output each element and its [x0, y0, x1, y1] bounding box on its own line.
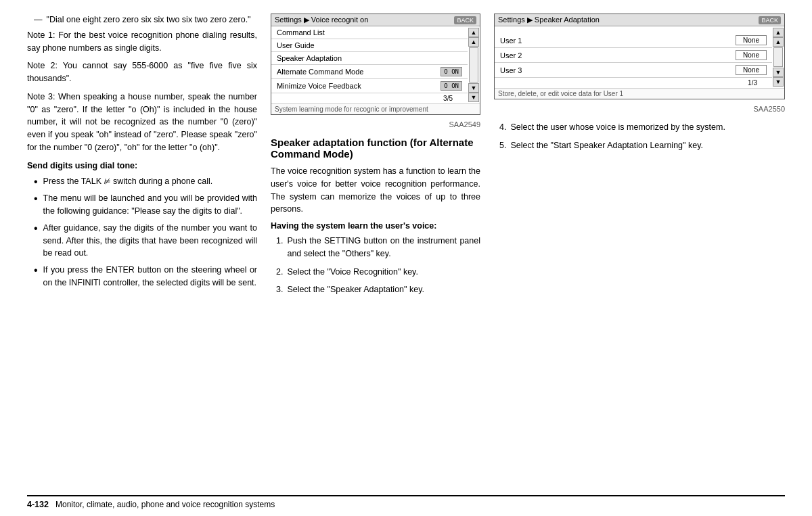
bullet-dot-2: •: [34, 192, 38, 218]
note-1: Note 1: For the best voice recognition p…: [27, 29, 257, 55]
scroll2-down[interactable]: ▼: [773, 68, 784, 77]
screen2-caption: SAA2550: [494, 105, 785, 113]
screen1-status: System learning mode for recognic or imp…: [271, 103, 480, 114]
scroll2-up[interactable]: ▲: [773, 28, 784, 37]
screen2-title: Settings ▶ Speaker Adaptation: [498, 16, 600, 24]
user-row-1[interactable]: User 1 None: [495, 33, 772, 48]
footer-page: 4-132: [27, 500, 49, 509]
menu-command-list[interactable]: Command List: [271, 26, 468, 39]
screen1-header: Settings ▶ Voice recognit on BACK: [271, 14, 480, 26]
user-row-3[interactable]: User 3 None: [495, 63, 772, 78]
bullet-item-2: • The menu will be launched and you will…: [34, 192, 257, 218]
menu-label-4: Alternate Command Mode: [277, 68, 363, 76]
dash-item: — "Dial one eight zero zero six six two …: [27, 14, 257, 26]
scroll-down2[interactable]: ▼: [468, 93, 479, 102]
footer-text: Monitor, climate, audio, phone and voice…: [55, 500, 275, 509]
step-text-3: Select the "Speaker Adaptation" key.: [287, 283, 424, 296]
step-3: 3. Select the "Speaker Adaptation" key.: [276, 283, 480, 296]
right-numbered-list: 4. Select the user whose voice is memori…: [499, 121, 785, 152]
scroll-up[interactable]: ▲: [468, 28, 479, 37]
user-label-2: User 2: [500, 51, 522, 60]
bullet-text-4: If you press the ENTER button on the ste…: [43, 264, 257, 289]
screen2-header: Settings ▶ Speaker Adaptation BACK: [495, 14, 784, 26]
step-1: 1. Push the SETTING button on the instru…: [276, 235, 480, 260]
step-num-1: 1.: [276, 235, 283, 260]
body-text: The voice recognition system has a funct…: [271, 165, 480, 216]
step-2: 2. Select the "Voice Recognition" key.: [276, 266, 480, 279]
user-none-2[interactable]: None: [736, 50, 767, 60]
screen2-scrollbar: ▲ ▲ ▼ ▼: [772, 26, 784, 88]
screen2-back[interactable]: BACK: [759, 16, 781, 24]
menu-user-guide[interactable]: User Guide: [271, 39, 468, 52]
screen2-page: 1/3: [495, 78, 772, 88]
bullet-text-1: Press the TALK ⊭ switch during a phone c…: [43, 175, 213, 188]
scroll-down[interactable]: ▼: [468, 83, 479, 93]
screen1-title: Settings ▶ Voice recognit on: [275, 16, 368, 24]
step-num-3: 3.: [276, 283, 283, 296]
step-4: 4. Select the user whose voice is memori…: [499, 121, 785, 134]
bullet-dot-4: •: [34, 264, 38, 289]
screen1-page: 3/5: [271, 93, 468, 103]
user-none-3[interactable]: None: [736, 65, 767, 75]
step-5: 5. Select the "Start Speaker Adaptation …: [499, 139, 785, 152]
screen1-content: Command List User Guide Speaker Adaptati…: [271, 26, 480, 103]
bullet-text-3: After guidance, say the digits of the nu…: [43, 222, 257, 260]
menu-label-3: Speaker Adaptation: [277, 54, 342, 62]
menu-label-5: Minimize Voice Feedback: [277, 82, 361, 90]
menu-label-2: User Guide: [277, 41, 315, 49]
screen1: Settings ▶ Voice recognit on BACK Comman…: [271, 14, 480, 115]
user-label-1: User 1: [500, 37, 522, 45]
note-3: Note 3: When speaking a house number, sp…: [27, 91, 257, 154]
user-label-3: User 3: [500, 66, 522, 74]
scroll2-up2[interactable]: ▲: [773, 37, 784, 47]
toggle-alternate[interactable]: O ON: [441, 67, 462, 76]
section-title: Speaker adaptation function (for Alterna…: [271, 137, 480, 160]
page: — "Dial one eight zero zero six six two …: [0, 0, 812, 516]
screen1-caption: SAA2549: [271, 120, 480, 128]
bullet-text-2: The menu will be launched and you will b…: [43, 192, 257, 218]
step-num-5: 5.: [499, 139, 506, 152]
screen2-content: User 1 None User 2 None User 3 None 1/3 …: [495, 26, 784, 88]
sub-heading: Having the system learn the user's voice…: [271, 221, 480, 231]
bullet-list: • Press the TALK ⊭ switch during a phone…: [34, 175, 257, 289]
screen1-scrollbar: ▲ ▲ ▼ ▼: [468, 26, 480, 103]
dash-char: —: [34, 14, 43, 26]
middle-column: Settings ▶ Voice recognit on BACK Comman…: [271, 14, 480, 490]
bullet-item-1: • Press the TALK ⊭ switch during a phone…: [34, 175, 257, 188]
numbered-list: 1. Push the SETTING button on the instru…: [276, 235, 480, 296]
note-2: Note 2: You cannot say 555-6000 as "five…: [27, 60, 257, 85]
step-num-2: 2.: [276, 266, 283, 279]
dash-text: "Dial one eight zero zero six six two si…: [47, 14, 251, 26]
step-text-1: Push the SETTING button on the instrumen…: [287, 235, 480, 260]
right-column: Settings ▶ Speaker Adaptation BACK User …: [494, 14, 785, 490]
bullet-dot-3: •: [34, 222, 38, 260]
menu-minimize-feedback[interactable]: Minimize Voice Feedback O ON: [271, 79, 468, 93]
screen2-status: Store, delete, or edit voice data for Us…: [495, 88, 784, 99]
screen2: Settings ▶ Speaker Adaptation BACK User …: [494, 14, 785, 99]
send-digits-heading: Send digits using dial tone:: [27, 160, 257, 172]
scroll2-down2[interactable]: ▼: [773, 77, 784, 87]
step-text-5: Select the "Start Speaker Adaptation Lea…: [510, 139, 703, 152]
menu-alternate-mode[interactable]: Alternate Command Mode O ON: [271, 65, 468, 79]
user-row-2[interactable]: User 2 None: [495, 48, 772, 63]
screen1-back[interactable]: BACK: [454, 16, 476, 24]
bullet-item-3: • After guidance, say the digits of the …: [34, 222, 257, 260]
scroll-up2[interactable]: ▲: [468, 37, 479, 47]
menu-speaker-adaptation[interactable]: Speaker Adaptation: [271, 52, 468, 65]
step-text-4: Select the user whose voice is memorized…: [510, 121, 725, 134]
bullet-item-4: • If you press the ENTER button on the s…: [34, 264, 257, 289]
step-text-2: Select the "Voice Recognition" key.: [287, 266, 418, 279]
toggle-minimize[interactable]: O ON: [441, 81, 462, 91]
menu-label-1: Command List: [277, 28, 325, 37]
bullet-dot: •: [34, 175, 38, 188]
user-none-1[interactable]: None: [736, 35, 767, 45]
footer-bar: 4-132 Monitor, climate, audio, phone and…: [27, 495, 785, 509]
step-num-4: 4.: [499, 121, 506, 134]
left-column: — "Dial one eight zero zero six six two …: [27, 14, 257, 490]
main-content: — "Dial one eight zero zero six six two …: [27, 14, 785, 490]
